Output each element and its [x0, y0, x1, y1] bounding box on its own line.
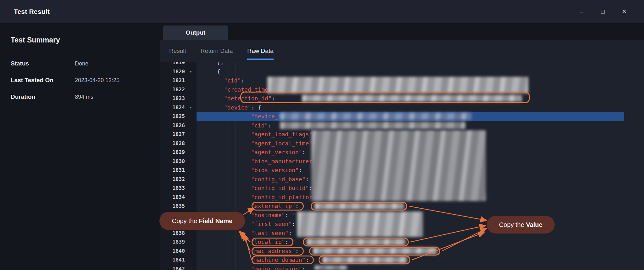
callout-text: Copy the [499, 221, 526, 228]
summary-row-last-tested: Last Tested On 2023-04-20 12:25 [11, 77, 150, 84]
close-button[interactable]: ✕ [619, 6, 630, 17]
line-number: 1819 [160, 62, 185, 67]
fold-spacer [185, 121, 197, 130]
fold-toggle-icon[interactable]: ▾ [185, 103, 197, 112]
code-text: "agent_load_flags": [197, 130, 319, 139]
fold-spacer [185, 130, 197, 139]
code-text: "mac_address": [197, 247, 302, 256]
title-bar: Test Result – □ ✕ [0, 0, 644, 23]
code-line-1841[interactable]: 1841"machine_domain": [160, 256, 644, 265]
output-content: Output Result Return Data Raw Data 1819}… [160, 23, 644, 270]
code-text: "major_version": [197, 265, 309, 270]
duration-label: Duration [11, 93, 75, 100]
callout-text-bold: Field Name [199, 217, 232, 225]
code-line-1828[interactable]: 1828"agent_local_time": [160, 139, 644, 148]
tab-result[interactable]: Result [169, 48, 186, 60]
test-result-dialog: Test Result – □ ✕ Test Summary Status Do… [0, 0, 644, 270]
duration-value: 894 ms [75, 94, 93, 100]
line-number: 1834 [160, 193, 185, 202]
code-line-1835[interactable]: 1835"external_ip": [160, 202, 644, 211]
code-line-1819[interactable]: 1819}, [160, 62, 644, 67]
code-line-1840[interactable]: 1840"mac_address": [160, 247, 644, 256]
callout-text-bold: Value [526, 221, 542, 228]
line-number: 1835 [160, 202, 185, 211]
code-line-1822[interactable]: 1822"created_timestamp": [160, 85, 644, 94]
line-number: 1823 [160, 94, 185, 103]
fold-spacer [185, 85, 197, 94]
code-text: "created_timestamp": [197, 85, 296, 94]
line-number: 1829 [160, 148, 185, 157]
tab-raw-data[interactable]: Raw Data [247, 48, 273, 60]
line-number: 1839 [160, 238, 185, 247]
maximize-button[interactable]: □ [597, 6, 608, 17]
copy-field-name-callout: Copy the Field Name [159, 212, 245, 230]
code-text: "agent_version": [197, 148, 309, 157]
code-line-1831[interactable]: 1831"bios_version": [160, 166, 644, 175]
raw-data-editor[interactable]: 1819},1820▾{1821"cid": 1822"created_time… [160, 62, 644, 270]
fold-spacer [185, 238, 197, 247]
code-line-1820[interactable]: 1820▾{ [160, 67, 644, 76]
fold-spacer [185, 175, 197, 184]
panel-title: Test Summary [11, 36, 150, 44]
line-number: 1840 [160, 247, 185, 256]
code-text: "device": { [197, 103, 261, 112]
copy-value-callout: Copy the Value [487, 216, 555, 233]
code-text: }, [197, 62, 224, 67]
window-title: Test Result [14, 8, 50, 15]
code-line-1829[interactable]: 1829"agent_version": [160, 148, 644, 157]
callout-text: Copy the [172, 217, 199, 225]
code-line-1830[interactable]: 1830"bios_manufacturer": [160, 157, 644, 166]
fold-spacer [185, 184, 197, 193]
fold-toggle-icon[interactable]: ▾ [185, 67, 197, 76]
line-number: 1825 [160, 112, 185, 121]
code-text: "machine_domain": [197, 256, 312, 265]
code-line-1832[interactable]: 1832"config_id_base": [160, 175, 644, 184]
code-text: "config_id_base": [197, 175, 312, 184]
code-line-1823[interactable]: 1823"detection_id": [160, 94, 644, 103]
code-text: "config_id_build": [197, 184, 316, 193]
code-line-1825[interactable]: 1825"device_id": [160, 112, 644, 121]
code-line-1824[interactable]: 1824▾"device": { [160, 103, 644, 112]
code-line-1827[interactable]: 1827"agent_load_flags": [160, 130, 644, 139]
fold-spacer [185, 265, 197, 270]
line-number: 1826 [160, 121, 185, 130]
line-number: 1828 [160, 139, 185, 148]
tab-output[interactable]: Output [163, 25, 228, 40]
last-tested-value: 2023-04-20 12:25 [75, 77, 119, 84]
code-lines: 1819},1820▾{1821"cid": 1822"created_time… [160, 62, 644, 270]
code-text: "bios_version": [197, 166, 305, 175]
line-number: 1833 [160, 184, 185, 193]
code-text: "agent_local_time": [197, 139, 319, 148]
code-line-1826[interactable]: 1826"cid": [160, 121, 644, 130]
subtab-bar: Result Return Data Raw Data [169, 48, 274, 60]
code-line-1834[interactable]: 1834"config_id_platform": [160, 193, 644, 202]
code-line-1839[interactable]: 1839"local_ip": " [160, 238, 644, 247]
code-text: "cid": [197, 121, 275, 130]
line-number: 1827 [160, 130, 185, 139]
fold-spacer [185, 193, 197, 202]
summary-row-status: Status Done [11, 60, 150, 67]
fold-spacer [185, 256, 197, 265]
fold-spacer [185, 139, 197, 148]
status-value: Done [75, 60, 88, 67]
output-pane: Result Return Data Raw Data 1819},1820▾{… [160, 40, 644, 270]
line-number: 1820 [160, 67, 185, 76]
line-number: 1830 [160, 157, 185, 166]
line-number: 1824 [160, 103, 185, 112]
line-number: 1841 [160, 256, 185, 265]
code-text: "external_ip": [197, 202, 302, 211]
code-text: "local_ip": " [197, 238, 295, 247]
line-number: 1831 [160, 166, 185, 175]
code-line-1833[interactable]: 1833"config_id_build": [160, 184, 644, 193]
fold-spacer [185, 247, 197, 256]
code-line-1842[interactable]: 1842"major_version": [160, 265, 644, 270]
fold-spacer [185, 112, 197, 121]
tab-return-data[interactable]: Return Data [201, 48, 233, 60]
line-number: 1822 [160, 85, 185, 94]
code-line-1821[interactable]: 1821"cid": [160, 76, 644, 85]
line-number: 1842 [160, 265, 185, 270]
status-label: Status [11, 60, 75, 67]
code-text: { [197, 67, 220, 76]
code-text: "config_id_platform": [197, 193, 326, 202]
minimize-button[interactable]: – [576, 6, 587, 17]
